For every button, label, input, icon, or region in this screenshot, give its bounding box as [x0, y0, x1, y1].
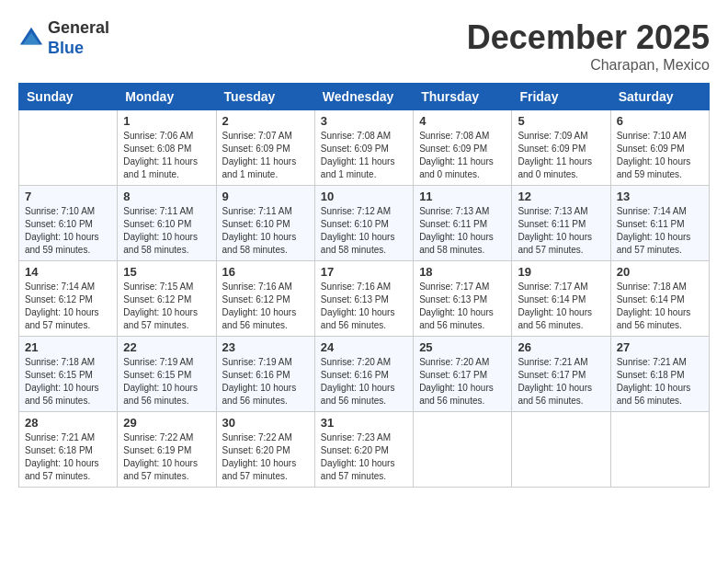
table-row: 12Sunrise: 7:13 AM Sunset: 6:11 PM Dayli… [512, 186, 610, 261]
day-info: Sunrise: 7:23 AM Sunset: 6:20 PM Dayligh… [321, 431, 407, 483]
table-row: 22Sunrise: 7:19 AM Sunset: 6:15 PM Dayli… [118, 337, 216, 412]
day-info: Sunrise: 7:18 AM Sunset: 6:15 PM Dayligh… [25, 356, 111, 408]
col-wednesday: Wednesday [314, 84, 413, 110]
day-number: 23 [222, 340, 309, 354]
day-number: 2 [222, 114, 309, 128]
calendar-week-row: 1Sunrise: 7:06 AM Sunset: 6:08 PM Daylig… [19, 110, 710, 186]
col-monday: Monday [118, 84, 216, 110]
table-row: 19Sunrise: 7:17 AM Sunset: 6:14 PM Dayli… [512, 261, 610, 337]
table-row: 23Sunrise: 7:19 AM Sunset: 6:16 PM Dayli… [216, 337, 314, 412]
logo-blue: Blue [48, 39, 84, 57]
table-row [610, 412, 709, 488]
day-number: 17 [321, 265, 407, 279]
table-row: 20Sunrise: 7:18 AM Sunset: 6:14 PM Dayli… [610, 261, 709, 337]
table-row: 7Sunrise: 7:10 AM Sunset: 6:10 PM Daylig… [19, 186, 118, 261]
table-row: 13Sunrise: 7:14 AM Sunset: 6:11 PM Dayli… [610, 186, 709, 261]
logo-icon [18, 26, 44, 52]
day-info: Sunrise: 7:16 AM Sunset: 6:12 PM Dayligh… [222, 281, 309, 332]
month-title: December 2025 [467, 18, 710, 57]
table-row: 6Sunrise: 7:10 AM Sunset: 6:09 PM Daylig… [610, 110, 709, 186]
day-info: Sunrise: 7:22 AM Sunset: 6:19 PM Dayligh… [123, 431, 210, 483]
col-thursday: Thursday [414, 84, 512, 110]
day-number: 7 [25, 190, 111, 203]
day-number: 18 [419, 265, 506, 279]
day-number: 28 [25, 416, 111, 430]
table-row: 18Sunrise: 7:17 AM Sunset: 6:13 PM Dayli… [414, 261, 512, 337]
day-number: 29 [123, 416, 210, 430]
day-info: Sunrise: 7:21 AM Sunset: 6:18 PM Dayligh… [25, 431, 111, 483]
table-row [512, 412, 610, 488]
table-row: 25Sunrise: 7:20 AM Sunset: 6:17 PM Dayli… [414, 337, 512, 412]
day-info: Sunrise: 7:11 AM Sunset: 6:10 PM Dayligh… [222, 205, 309, 257]
day-info: Sunrise: 7:09 AM Sunset: 6:09 PM Dayligh… [518, 130, 604, 181]
table-row: 4Sunrise: 7:08 AM Sunset: 6:09 PM Daylig… [414, 110, 512, 186]
day-number: 1 [123, 114, 210, 128]
day-info: Sunrise: 7:15 AM Sunset: 6:12 PM Dayligh… [123, 281, 210, 332]
table-row: 26Sunrise: 7:21 AM Sunset: 6:17 PM Dayli… [512, 337, 610, 412]
day-number: 16 [222, 265, 309, 279]
table-row: 9Sunrise: 7:11 AM Sunset: 6:10 PM Daylig… [216, 186, 314, 261]
page-header: General Blue December 2025 Charapan, Mex… [18, 18, 710, 74]
day-number: 11 [419, 190, 506, 203]
table-row: 21Sunrise: 7:18 AM Sunset: 6:15 PM Dayli… [19, 337, 118, 412]
day-info: Sunrise: 7:13 AM Sunset: 6:11 PM Dayligh… [419, 205, 506, 257]
calendar-week-row: 28Sunrise: 7:21 AM Sunset: 6:18 PM Dayli… [19, 412, 710, 488]
day-number: 19 [518, 265, 604, 279]
day-number: 8 [123, 190, 210, 203]
day-number: 14 [25, 265, 111, 279]
table-row: 16Sunrise: 7:16 AM Sunset: 6:12 PM Dayli… [216, 261, 314, 337]
table-row: 28Sunrise: 7:21 AM Sunset: 6:18 PM Dayli… [19, 412, 118, 488]
day-number: 15 [123, 265, 210, 279]
day-info: Sunrise: 7:22 AM Sunset: 6:20 PM Dayligh… [222, 431, 309, 483]
day-info: Sunrise: 7:12 AM Sunset: 6:10 PM Dayligh… [321, 205, 407, 257]
day-number: 21 [25, 340, 111, 354]
day-info: Sunrise: 7:13 AM Sunset: 6:11 PM Dayligh… [518, 205, 604, 257]
day-number: 9 [222, 190, 309, 203]
day-number: 26 [518, 340, 604, 354]
table-row: 31Sunrise: 7:23 AM Sunset: 6:20 PM Dayli… [314, 412, 413, 488]
day-info: Sunrise: 7:20 AM Sunset: 6:16 PM Dayligh… [321, 356, 407, 408]
day-info: Sunrise: 7:08 AM Sunset: 6:09 PM Dayligh… [321, 130, 407, 181]
day-info: Sunrise: 7:19 AM Sunset: 6:16 PM Dayligh… [222, 356, 309, 408]
logo: General Blue [18, 18, 109, 58]
day-number: 10 [321, 190, 407, 203]
table-row: 8Sunrise: 7:11 AM Sunset: 6:10 PM Daylig… [118, 186, 216, 261]
day-number: 4 [419, 114, 506, 128]
day-info: Sunrise: 7:21 AM Sunset: 6:18 PM Dayligh… [617, 356, 703, 408]
day-info: Sunrise: 7:08 AM Sunset: 6:09 PM Dayligh… [419, 130, 506, 181]
table-row: 15Sunrise: 7:15 AM Sunset: 6:12 PM Dayli… [118, 261, 216, 337]
day-info: Sunrise: 7:11 AM Sunset: 6:10 PM Dayligh… [123, 205, 210, 257]
table-row: 5Sunrise: 7:09 AM Sunset: 6:09 PM Daylig… [512, 110, 610, 186]
table-row: 29Sunrise: 7:22 AM Sunset: 6:19 PM Dayli… [118, 412, 216, 488]
day-info: Sunrise: 7:20 AM Sunset: 6:17 PM Dayligh… [419, 356, 506, 408]
day-info: Sunrise: 7:21 AM Sunset: 6:17 PM Dayligh… [518, 356, 604, 408]
col-sunday: Sunday [19, 84, 118, 110]
table-row: 3Sunrise: 7:08 AM Sunset: 6:09 PM Daylig… [314, 110, 413, 186]
calendar-week-row: 14Sunrise: 7:14 AM Sunset: 6:12 PM Dayli… [19, 261, 710, 337]
table-row: 11Sunrise: 7:13 AM Sunset: 6:11 PM Dayli… [414, 186, 512, 261]
table-row: 14Sunrise: 7:14 AM Sunset: 6:12 PM Dayli… [19, 261, 118, 337]
calendar-table: Sunday Monday Tuesday Wednesday Thursday… [18, 83, 710, 488]
day-number: 20 [617, 265, 703, 279]
location-title: Charapan, Mexico [467, 57, 710, 74]
day-info: Sunrise: 7:14 AM Sunset: 6:12 PM Dayligh… [25, 281, 111, 332]
calendar-week-row: 21Sunrise: 7:18 AM Sunset: 6:15 PM Dayli… [19, 337, 710, 412]
table-row: 30Sunrise: 7:22 AM Sunset: 6:20 PM Dayli… [216, 412, 314, 488]
day-number: 31 [321, 416, 407, 430]
day-info: Sunrise: 7:16 AM Sunset: 6:13 PM Dayligh… [321, 281, 407, 332]
day-number: 5 [518, 114, 604, 128]
day-number: 12 [518, 190, 604, 203]
day-info: Sunrise: 7:17 AM Sunset: 6:14 PM Dayligh… [518, 281, 604, 332]
day-info: Sunrise: 7:07 AM Sunset: 6:09 PM Dayligh… [222, 130, 309, 181]
day-number: 27 [617, 340, 703, 354]
day-info: Sunrise: 7:19 AM Sunset: 6:15 PM Dayligh… [123, 356, 210, 408]
day-info: Sunrise: 7:17 AM Sunset: 6:13 PM Dayligh… [419, 281, 506, 332]
col-saturday: Saturday [610, 84, 709, 110]
day-info: Sunrise: 7:14 AM Sunset: 6:11 PM Dayligh… [617, 205, 703, 257]
day-number: 13 [617, 190, 703, 203]
calendar-week-row: 7Sunrise: 7:10 AM Sunset: 6:10 PM Daylig… [19, 186, 710, 261]
logo-general: General [48, 18, 109, 37]
day-number: 22 [123, 340, 210, 354]
title-section: December 2025 Charapan, Mexico [467, 18, 710, 74]
table-row [414, 412, 512, 488]
